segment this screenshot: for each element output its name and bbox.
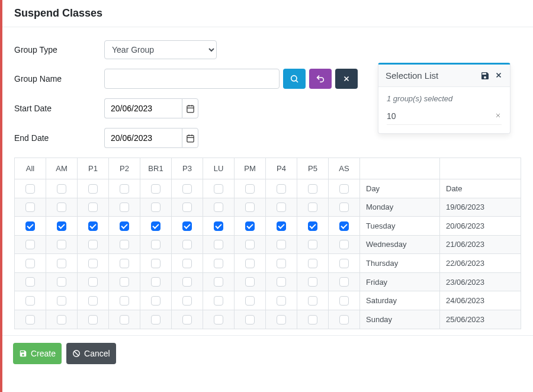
schedule-checkbox[interactable] <box>151 221 160 231</box>
end-date-input[interactable] <box>104 128 182 148</box>
schedule-checkbox[interactable] <box>339 277 349 287</box>
schedule-checkbox[interactable] <box>245 221 255 231</box>
schedule-checkbox[interactable] <box>308 203 317 212</box>
schedule-checkbox[interactable] <box>308 315 317 324</box>
schedule-checkbox[interactable] <box>214 259 223 268</box>
period-toggle-checkbox[interactable] <box>151 184 160 194</box>
period-toggle-checkbox[interactable] <box>308 184 317 194</box>
close-icon[interactable] <box>495 71 503 81</box>
cancel-button[interactable]: Cancel <box>66 343 116 364</box>
schedule-checkbox[interactable] <box>88 296 98 306</box>
schedule-checkbox[interactable] <box>120 315 129 324</box>
schedule-checkbox[interactable] <box>25 277 35 287</box>
schedule-checkbox[interactable] <box>151 259 160 268</box>
schedule-checkbox[interactable] <box>57 259 66 268</box>
schedule-checkbox[interactable] <box>214 203 223 212</box>
schedule-checkbox[interactable] <box>245 240 255 249</box>
schedule-checkbox[interactable] <box>25 240 35 249</box>
schedule-checkbox[interactable] <box>88 259 98 268</box>
period-toggle-checkbox[interactable] <box>120 184 129 194</box>
schedule-checkbox[interactable] <box>277 259 286 268</box>
schedule-checkbox[interactable] <box>88 277 98 287</box>
schedule-checkbox[interactable] <box>120 277 129 287</box>
schedule-checkbox[interactable] <box>277 203 286 212</box>
schedule-checkbox[interactable] <box>339 296 349 306</box>
schedule-checkbox[interactable] <box>57 296 66 306</box>
period-toggle-checkbox[interactable] <box>245 184 255 194</box>
schedule-checkbox[interactable] <box>339 240 349 249</box>
schedule-checkbox[interactable] <box>120 240 129 249</box>
schedule-checkbox[interactable] <box>120 203 129 212</box>
schedule-checkbox[interactable] <box>245 259 255 268</box>
schedule-checkbox[interactable] <box>308 277 317 287</box>
schedule-checkbox[interactable] <box>339 221 349 231</box>
schedule-checkbox[interactable] <box>182 296 192 306</box>
schedule-checkbox[interactable] <box>57 203 66 212</box>
schedule-checkbox[interactable] <box>277 277 286 287</box>
schedule-checkbox[interactable] <box>214 240 223 249</box>
period-toggle-checkbox[interactable] <box>57 184 66 194</box>
schedule-checkbox[interactable] <box>308 240 317 249</box>
schedule-checkbox[interactable] <box>339 203 349 212</box>
save-icon[interactable] <box>480 71 490 81</box>
period-toggle-checkbox[interactable] <box>214 184 223 194</box>
schedule-checkbox[interactable] <box>57 277 66 287</box>
schedule-checkbox[interactable] <box>245 296 255 306</box>
schedule-checkbox[interactable] <box>339 259 349 268</box>
schedule-checkbox[interactable] <box>182 259 192 268</box>
schedule-checkbox[interactable] <box>214 296 223 306</box>
period-toggle-checkbox[interactable] <box>339 184 349 194</box>
schedule-checkbox[interactable] <box>57 240 66 249</box>
schedule-checkbox[interactable] <box>182 221 192 231</box>
clear-button[interactable] <box>335 69 358 89</box>
schedule-checkbox[interactable] <box>277 315 286 324</box>
schedule-checkbox[interactable] <box>25 296 35 306</box>
schedule-checkbox[interactable] <box>182 203 192 212</box>
start-date-input[interactable] <box>104 98 182 118</box>
schedule-checkbox[interactable] <box>151 240 160 249</box>
schedule-checkbox[interactable] <box>25 259 35 268</box>
schedule-checkbox[interactable] <box>88 203 98 212</box>
schedule-checkbox[interactable] <box>88 221 98 231</box>
schedule-checkbox[interactable] <box>339 315 349 324</box>
schedule-checkbox[interactable] <box>88 315 98 324</box>
schedule-checkbox[interactable] <box>57 221 66 231</box>
schedule-checkbox[interactable] <box>151 296 160 306</box>
schedule-checkbox[interactable] <box>120 259 129 268</box>
schedule-checkbox[interactable] <box>182 315 192 324</box>
schedule-checkbox[interactable] <box>57 315 66 324</box>
schedule-checkbox[interactable] <box>182 240 192 249</box>
schedule-checkbox[interactable] <box>308 296 317 306</box>
group-type-select[interactable]: Year Group <box>104 40 217 59</box>
search-button[interactable] <box>283 69 306 89</box>
create-button[interactable]: Create <box>13 343 62 364</box>
schedule-checkbox[interactable] <box>308 259 317 268</box>
end-date-picker-button[interactable] <box>182 128 198 148</box>
schedule-checkbox[interactable] <box>214 277 223 287</box>
remove-selection-icon[interactable] <box>495 111 502 121</box>
schedule-checkbox[interactable] <box>25 315 35 324</box>
schedule-checkbox[interactable] <box>25 203 35 212</box>
schedule-checkbox[interactable] <box>214 221 223 231</box>
schedule-checkbox[interactable] <box>151 315 160 324</box>
schedule-checkbox[interactable] <box>277 221 286 231</box>
schedule-checkbox[interactable] <box>214 315 223 324</box>
schedule-checkbox[interactable] <box>182 277 192 287</box>
period-toggle-checkbox[interactable] <box>277 184 286 194</box>
schedule-checkbox[interactable] <box>245 203 255 212</box>
schedule-checkbox[interactable] <box>277 240 286 249</box>
period-toggle-checkbox[interactable] <box>182 184 192 194</box>
schedule-checkbox[interactable] <box>120 296 129 306</box>
schedule-checkbox[interactable] <box>151 277 160 287</box>
schedule-checkbox[interactable] <box>151 203 160 212</box>
schedule-checkbox[interactable] <box>88 240 98 249</box>
schedule-checkbox[interactable] <box>245 315 255 324</box>
schedule-checkbox[interactable] <box>308 221 317 231</box>
schedule-checkbox[interactable] <box>25 221 35 231</box>
start-date-picker-button[interactable] <box>182 98 198 118</box>
schedule-checkbox[interactable] <box>245 277 255 287</box>
group-name-input[interactable] <box>104 69 280 89</box>
schedule-checkbox[interactable] <box>120 221 129 231</box>
period-toggle-checkbox[interactable] <box>88 184 98 194</box>
undo-button[interactable] <box>309 69 332 89</box>
